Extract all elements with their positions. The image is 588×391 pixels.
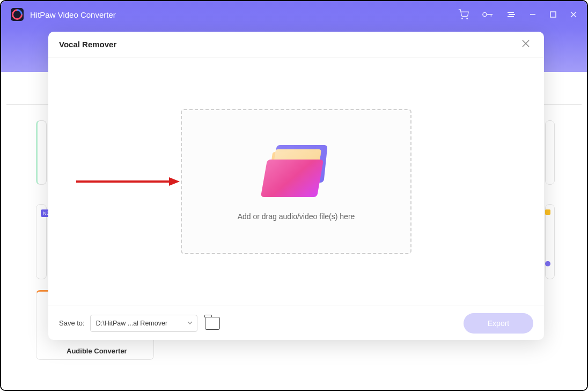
bg-card xyxy=(545,120,555,185)
svg-point-0 xyxy=(462,18,463,19)
vocal-remover-modal: Vocal Remover Add or drag audio/video fi… xyxy=(48,32,544,340)
chevron-down-icon xyxy=(187,320,193,327)
close-window-button[interactable] xyxy=(570,11,577,18)
modal-body: Add or drag audio/video file(s) here xyxy=(48,57,544,306)
save-to-label: Save to: xyxy=(59,319,85,327)
minimize-button[interactable] xyxy=(529,11,536,18)
save-path-value: D:\HitPaw ...al Remover xyxy=(96,320,167,327)
modal-header: Vocal Remover xyxy=(48,32,544,57)
app-logo-icon xyxy=(11,8,24,21)
maximize-button[interactable] xyxy=(549,11,557,18)
save-path-dropdown[interactable]: D:\HitPaw ...al Remover xyxy=(90,315,197,332)
modal-title: Vocal Remover xyxy=(59,40,518,49)
modal-footer: Save to: D:\HitPaw ...al Remover Export xyxy=(48,306,544,340)
folder-icon xyxy=(264,142,328,196)
bg-card xyxy=(36,120,47,185)
export-button[interactable]: Export xyxy=(464,313,533,334)
audible-converter-label: Audible Converter xyxy=(67,347,127,355)
menu-icon[interactable] xyxy=(506,10,516,19)
titlebar: HitPaw Video Converter xyxy=(1,1,587,28)
modal-close-button[interactable] xyxy=(518,36,533,53)
svg-point-1 xyxy=(467,18,468,19)
app-title: HitPaw Video Converter xyxy=(30,10,458,19)
file-drop-zone[interactable]: Add or drag audio/video file(s) here xyxy=(181,109,411,254)
drop-zone-label: Add or drag audio/video file(s) here xyxy=(238,212,355,221)
key-icon[interactable] xyxy=(482,10,494,19)
bg-accent xyxy=(545,261,550,266)
cart-icon[interactable] xyxy=(458,9,469,20)
open-folder-button[interactable] xyxy=(205,317,220,330)
svg-rect-9 xyxy=(550,12,556,17)
bg-card xyxy=(545,204,555,279)
titlebar-controls xyxy=(458,9,577,20)
bg-accent xyxy=(545,209,550,215)
svg-point-2 xyxy=(483,12,487,16)
